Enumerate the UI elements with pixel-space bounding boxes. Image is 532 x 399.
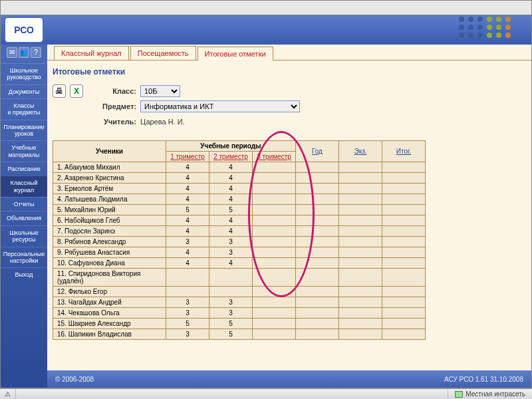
- subject-select[interactable]: Информатика и ИКТ: [140, 100, 300, 112]
- grade-cell[interactable]: [253, 308, 296, 319]
- grade-cell[interactable]: [339, 258, 382, 269]
- grade-cell[interactable]: [253, 247, 296, 258]
- grade-cell[interactable]: [253, 319, 296, 329]
- grade-cell[interactable]: 3: [166, 329, 209, 340]
- grade-cell[interactable]: 4: [209, 194, 253, 205]
- grade-cell[interactable]: [253, 297, 296, 308]
- grade-cell[interactable]: [253, 205, 296, 215]
- grade-cell[interactable]: [296, 173, 339, 184]
- grade-cell[interactable]: [382, 226, 426, 237]
- grade-cell[interactable]: 4: [166, 215, 209, 226]
- grade-cell[interactable]: [339, 184, 382, 194]
- grade-cell[interactable]: [296, 297, 339, 308]
- grade-cell[interactable]: [296, 226, 339, 237]
- grade-cell[interactable]: [209, 287, 253, 297]
- tab[interactable]: Посещаемость: [130, 46, 196, 60]
- year-link[interactable]: Год: [312, 148, 323, 155]
- grade-cell[interactable]: [339, 269, 382, 287]
- grade-cell[interactable]: 3: [166, 237, 209, 247]
- grade-cell[interactable]: [382, 269, 426, 287]
- tab[interactable]: Классный журнал: [54, 46, 129, 60]
- grade-cell[interactable]: [296, 329, 339, 340]
- grade-cell[interactable]: [382, 194, 426, 205]
- grade-cell[interactable]: [382, 162, 426, 173]
- grade-cell[interactable]: [382, 319, 426, 329]
- grade-cell[interactable]: [339, 247, 382, 258]
- grade-cell[interactable]: 5: [166, 319, 209, 329]
- grade-cell[interactable]: 4: [166, 173, 209, 184]
- grade-cell[interactable]: [296, 184, 339, 194]
- grade-cell[interactable]: [166, 269, 209, 287]
- grade-cell[interactable]: [253, 287, 296, 297]
- grade-cell[interactable]: 4: [166, 226, 209, 237]
- grade-cell[interactable]: 4: [166, 194, 209, 205]
- help-icon[interactable]: ?: [31, 47, 41, 58]
- grade-cell[interactable]: [296, 215, 339, 226]
- grade-cell[interactable]: [339, 297, 382, 308]
- grade-cell[interactable]: [382, 308, 426, 319]
- grade-cell[interactable]: [339, 226, 382, 237]
- sidebar-item[interactable]: Объявления: [1, 211, 47, 225]
- grade-cell[interactable]: [253, 173, 296, 184]
- grade-cell[interactable]: [296, 258, 339, 269]
- grade-cell[interactable]: 4: [209, 173, 253, 184]
- grade-cell[interactable]: [253, 237, 296, 247]
- exam-link[interactable]: Экз.: [354, 148, 366, 155]
- grade-cell[interactable]: 3: [209, 237, 253, 247]
- grade-cell[interactable]: [253, 258, 296, 269]
- sidebar-item[interactable]: Выход: [1, 267, 47, 281]
- grade-cell[interactable]: 4: [166, 258, 209, 269]
- grade-cell[interactable]: 4: [209, 215, 253, 226]
- grade-cell[interactable]: [296, 205, 339, 215]
- grade-cell[interactable]: [253, 269, 296, 287]
- grade-cell[interactable]: [339, 308, 382, 319]
- grade-cell[interactable]: [253, 226, 296, 237]
- grade-cell[interactable]: 3: [209, 247, 253, 258]
- sidebar-item[interactable]: Планированиеуроков: [1, 120, 47, 141]
- grade-cell[interactable]: 4: [209, 184, 253, 194]
- grade-cell[interactable]: [296, 162, 339, 173]
- grade-cell[interactable]: [253, 215, 296, 226]
- grade-cell[interactable]: [339, 162, 382, 173]
- grade-cell[interactable]: 5: [209, 205, 253, 215]
- grade-cell[interactable]: [339, 329, 382, 340]
- grade-cell[interactable]: [253, 329, 296, 340]
- excel-icon[interactable]: X: [70, 84, 83, 98]
- grade-cell[interactable]: 4: [166, 247, 209, 258]
- grade-cell[interactable]: [339, 173, 382, 184]
- grade-cell[interactable]: [382, 329, 426, 340]
- grade-cell[interactable]: [253, 162, 296, 173]
- users-icon[interactable]: 👥: [19, 47, 29, 58]
- grade-cell[interactable]: [382, 237, 426, 247]
- grade-cell[interactable]: 4: [209, 258, 253, 269]
- sidebar-item[interactable]: Персональныенастройки: [1, 247, 47, 268]
- grade-cell[interactable]: [339, 319, 382, 329]
- grade-cell[interactable]: [382, 215, 426, 226]
- grade-cell[interactable]: [339, 237, 382, 247]
- sidebar-item[interactable]: Учебныематериалы: [1, 140, 47, 162]
- print-icon[interactable]: 🖶: [53, 84, 66, 98]
- sidebar-item[interactable]: Школьныересурсы: [1, 225, 47, 247]
- grade-cell[interactable]: [382, 258, 426, 269]
- grade-cell[interactable]: 4: [166, 184, 209, 194]
- trimester-link[interactable]: 3 триместр: [257, 153, 291, 160]
- grade-cell[interactable]: [339, 194, 382, 205]
- grade-cell[interactable]: [339, 215, 382, 226]
- grade-cell[interactable]: 5: [209, 329, 253, 340]
- sidebar-item[interactable]: Документы: [1, 84, 47, 98]
- grade-cell[interactable]: [209, 269, 253, 287]
- grade-cell[interactable]: 3: [209, 297, 253, 308]
- mail-icon[interactable]: ✉: [7, 47, 17, 58]
- tab[interactable]: Итоговые отметки: [198, 47, 273, 61]
- grade-cell[interactable]: [296, 194, 339, 205]
- grade-cell[interactable]: [382, 173, 426, 184]
- grade-cell[interactable]: [382, 205, 426, 215]
- grade-cell[interactable]: 3: [209, 308, 253, 319]
- grade-cell[interactable]: [296, 308, 339, 319]
- grade-cell[interactable]: 5: [209, 319, 253, 329]
- grade-cell[interactable]: 4: [209, 226, 253, 237]
- grade-cell[interactable]: 4: [166, 162, 209, 173]
- grade-cell[interactable]: [382, 297, 426, 308]
- grade-cell[interactable]: [382, 247, 426, 258]
- grade-cell[interactable]: [296, 319, 339, 329]
